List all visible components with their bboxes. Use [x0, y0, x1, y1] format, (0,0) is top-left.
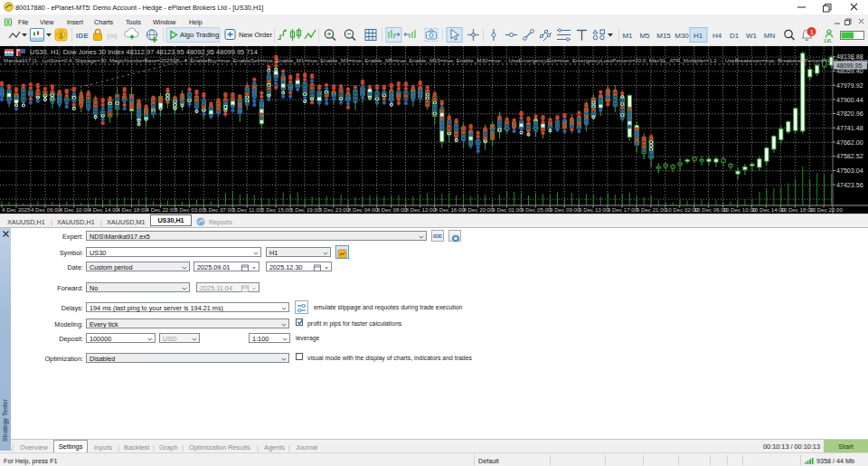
svg-text:Manika917 [1-; LotSize=0.4; Sl: Manika917 [1-; LotSize=0.4; Slippage=30;… — [4, 57, 868, 63]
svg-text:MN: MN — [764, 31, 776, 39]
svg-text:9 Dec 09:00: 9 Dec 09:00 — [550, 206, 580, 213]
svg-text:8 Dec 20:00: 8 Dec 20:00 — [463, 206, 494, 213]
svg-text:D1: D1 — [730, 31, 740, 39]
svg-text:LVL: LVL — [825, 38, 833, 43]
svg-text:IDE: IDE — [76, 31, 89, 39]
svg-text:47423.56: 47423.56 — [836, 182, 863, 189]
svg-text:8 Dec 16:00: 8 Dec 16:00 — [435, 206, 466, 213]
svg-text:5 Dec 15:00: 5 Dec 15:00 — [261, 206, 292, 213]
svg-text:10 Dec 22:00: 10 Dec 22:00 — [809, 206, 843, 213]
svg-text:W1: W1 — [746, 31, 758, 39]
svg-text:47741.48: 47741.48 — [836, 125, 863, 132]
svg-text:1: 1 — [810, 27, 814, 35]
svg-text:4 Dec 2025: 4 Dec 2025 — [2, 206, 31, 213]
svg-text:5 Dec 23:00: 5 Dec 23:00 — [319, 206, 350, 213]
svg-text:8 Dec 08:00: 8 Dec 08:00 — [377, 206, 408, 213]
svg-text:47662.00: 47662.00 — [836, 139, 863, 147]
svg-text:9 Dec 01:00: 9 Dec 01:00 — [492, 206, 523, 213]
svg-text:5 Dec 07:00: 5 Dec 07:00 — [203, 206, 234, 213]
svg-text:M1: M1 — [622, 31, 633, 39]
svg-text:9 Dec 17:00: 9 Dec 17:00 — [608, 206, 638, 213]
svg-text:4 Dec 14:00: 4 Dec 14:00 — [89, 206, 119, 213]
svg-text:8 Dec 12:00: 8 Dec 12:00 — [406, 206, 437, 213]
svg-text:9 Dec 05:00: 9 Dec 05:00 — [521, 206, 552, 213]
svg-text:9 Dec 13:00: 9 Dec 13:00 — [579, 206, 609, 213]
svg-text:US30, H1: Dow Jones 30 Index: US30, H1: Dow Jones 30 Index 48112.97 48… — [30, 48, 258, 56]
svg-text:Algo Trading: Algo Trading — [180, 31, 219, 39]
svg-text:47503.04: 47503.04 — [836, 167, 863, 175]
svg-text:5 Dec 11:00: 5 Dec 11:00 — [232, 206, 262, 213]
svg-text:47900.44: 47900.44 — [836, 97, 863, 104]
svg-text:H4: H4 — [712, 31, 722, 39]
svg-text:5 Dec 03:00: 5 Dec 03:00 — [175, 206, 205, 213]
svg-text:4 Dec 06:00: 4 Dec 06:00 — [31, 206, 61, 213]
svg-text:M30: M30 — [675, 31, 689, 39]
svg-text:New Order: New Order — [239, 31, 273, 39]
svg-text:9 Dec 21:00: 9 Dec 21:00 — [637, 206, 667, 213]
svg-text:H1: H1 — [693, 31, 703, 39]
svg-text:47582.52: 47582.52 — [836, 153, 863, 160]
svg-text:47820.96: 47820.96 — [836, 110, 863, 118]
svg-text:(m): (m) — [107, 32, 118, 40]
svg-text:47979.92: 47979.92 — [836, 82, 863, 90]
svg-text:M15: M15 — [656, 31, 671, 39]
svg-text:4 Dec 22:00: 4 Dec 22:00 — [146, 206, 177, 213]
svg-text:$: $ — [59, 30, 63, 39]
svg-text:5 Dec 19:00: 5 Dec 19:00 — [290, 206, 321, 213]
svg-text:4 Dec 10:00: 4 Dec 10:00 — [60, 206, 90, 213]
svg-text:4 Dec 18:00: 4 Dec 18:00 — [118, 206, 148, 213]
svg-text:M5: M5 — [639, 31, 650, 39]
svg-text:8 Dec 04:00: 8 Dec 04:00 — [348, 206, 379, 213]
